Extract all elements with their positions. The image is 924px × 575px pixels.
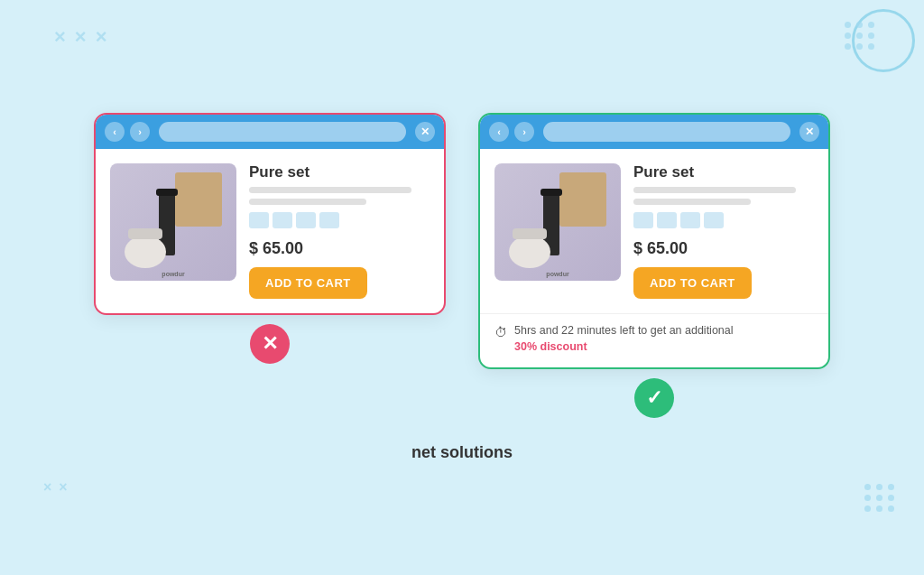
bad-product-image: powdur — [110, 163, 236, 281]
good-forward-btn[interactable]: › — [514, 122, 534, 142]
rating-box — [249, 212, 269, 228]
product-tube-cap — [156, 189, 178, 196]
logo-part2: solutions — [440, 443, 513, 461]
bad-product-line-1 — [249, 187, 411, 193]
bad-product-details: Pure set $ 65.00 ADD TO CART — [249, 163, 430, 299]
urgency-discount-text: 30% discount — [514, 340, 587, 353]
x-mark-bl-2: × — [59, 479, 67, 496]
deco-dots-bottom-right — [864, 484, 895, 512]
dot — [856, 22, 863, 28]
dot-br — [876, 495, 882, 501]
urgency-text: 5hrs and 22 minutes left to get an addit… — [514, 323, 734, 355]
bad-product-line-2 — [249, 199, 366, 205]
bad-card: ‹ › ✕ powdur Pure s — [94, 113, 446, 315]
rating-box — [704, 212, 724, 228]
rating-box — [296, 212, 316, 228]
good-product-title: Pure set — [633, 163, 814, 181]
bad-product-area: powdur Pure set $ 65.00 ADD TO — [96, 149, 444, 313]
bad-product-rating — [249, 212, 430, 228]
good-product-image: powdur — [494, 163, 621, 281]
x-mark-2: × — [75, 25, 87, 49]
good-badge: ✓ — [634, 378, 674, 418]
clock-icon: ⏱ — [494, 324, 507, 342]
bad-forward-btn[interactable]: › — [130, 122, 150, 142]
bad-back-btn[interactable]: ‹ — [105, 122, 125, 142]
good-product-price: $ 65.00 — [633, 239, 814, 258]
good-product-details: Pure set $ 65.00 ADD TO CART — [633, 163, 814, 299]
rating-box — [657, 212, 677, 228]
rating-box — [319, 212, 339, 228]
bad-badge: ✕ — [250, 324, 290, 364]
rating-box — [680, 212, 700, 228]
product-cream — [125, 236, 166, 268]
bad-card-wrapper: ‹ › ✕ powdur Pure s — [94, 113, 446, 364]
dot-br — [888, 495, 894, 501]
dot-br — [888, 505, 894, 512]
dot — [868, 22, 874, 28]
cards-row: ‹ › ✕ powdur Pure s — [94, 113, 830, 418]
good-product-area: powdur Pure set $ 65.00 ADD TO — [480, 149, 828, 313]
dot — [845, 22, 851, 28]
good-product-line-1 — [633, 187, 796, 193]
good-url-bar — [543, 122, 790, 142]
good-card: ‹ › ✕ powdur Pure s — [478, 113, 830, 369]
dot-br — [864, 505, 871, 512]
dot-br — [864, 495, 871, 501]
bad-browser-bar: ‹ › ✕ — [96, 115, 444, 149]
dot-br — [864, 484, 871, 490]
product-cream — [509, 236, 550, 268]
bad-url-bar — [159, 122, 406, 142]
good-browser-bar: ‹ › ✕ — [480, 115, 828, 149]
product-tube-cap — [541, 189, 562, 196]
good-add-to-cart-button[interactable]: ADD TO CART — [633, 267, 752, 299]
good-close-btn[interactable]: ✕ — [799, 122, 819, 142]
product-label-img: powdur — [494, 271, 621, 277]
dot-br — [876, 484, 882, 490]
good-back-btn[interactable]: ‹ — [489, 122, 509, 142]
logo-text: net solutions — [411, 443, 513, 461]
page-wrapper: × × × ‹ › ✕ — [0, 0, 924, 575]
x-mark-1: × — [54, 25, 66, 49]
bad-product-title: Pure set — [249, 163, 430, 181]
dot — [856, 43, 863, 50]
urgency-message: ⏱ 5hrs and 22 minutes left to get an add… — [480, 313, 828, 367]
x-mark-3: × — [96, 25, 107, 49]
dot — [845, 32, 851, 39]
good-card-wrapper: ‹ › ✕ powdur Pure s — [478, 113, 830, 418]
x-mark-bl-1: × — [43, 479, 51, 496]
product-box — [559, 172, 606, 227]
product-box — [175, 172, 222, 227]
dot — [845, 43, 851, 50]
good-product-line-2 — [633, 199, 751, 205]
product-label-img: powdur — [110, 271, 236, 277]
rating-box — [633, 212, 653, 228]
deco-x-bottom-left: × × — [43, 479, 68, 496]
dot-br — [888, 484, 894, 490]
bad-add-to-cart-button[interactable]: ADD TO CART — [249, 267, 367, 299]
product-cream-lid — [513, 228, 547, 239]
good-product-rating — [633, 212, 814, 228]
bad-close-btn[interactable]: ✕ — [415, 122, 435, 142]
dot — [856, 32, 863, 39]
logo: net solutions — [411, 443, 513, 462]
dot — [868, 43, 874, 50]
product-cream-lid — [128, 228, 162, 239]
deco-dots-top-right — [845, 22, 875, 50]
urgency-main-text: 5hrs and 22 minutes left to get an addit… — [514, 324, 734, 337]
logo-part1: net — [411, 443, 440, 461]
deco-x-top-left: × × × — [54, 25, 107, 49]
bad-product-price: $ 65.00 — [249, 239, 430, 258]
rating-box — [273, 212, 292, 228]
dot — [868, 32, 874, 39]
dot-br — [876, 505, 882, 512]
